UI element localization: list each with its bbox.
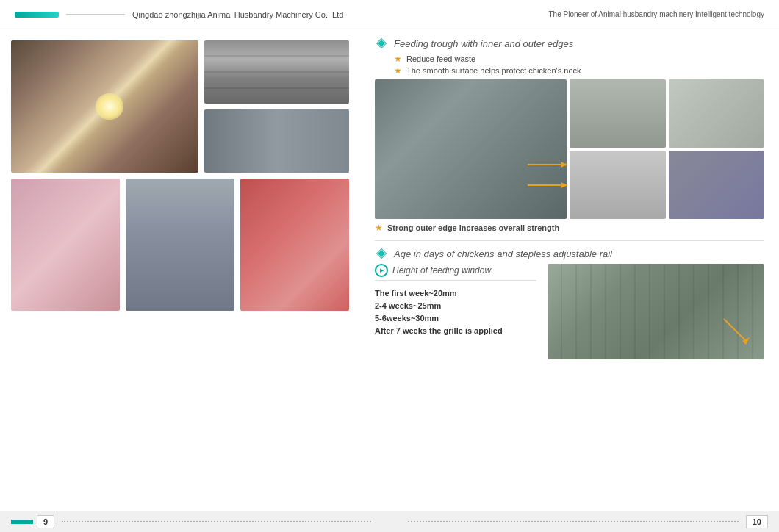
cage-photo: [548, 264, 764, 359]
feature-text-1: Reduce feed waste: [406, 54, 475, 63]
spec-week2: 2-4 weeks~25mm: [375, 301, 536, 310]
feature-item-2: ★ The smooth surface helps protect chick…: [394, 65, 764, 76]
footer-left: 9: [0, 515, 390, 528]
page-number-left: 9: [37, 515, 54, 528]
footer-right: 10: [390, 515, 779, 528]
section2-title: Age in days of chickens and stepless adj…: [394, 248, 612, 259]
grid-photo-sm-1: [570, 79, 666, 148]
cage-arrow-icon: [717, 312, 753, 348]
corridor-photo: [11, 40, 198, 173]
star-icon-3: ★: [375, 223, 383, 233]
spec-week1: The first week~20mm: [375, 289, 536, 298]
grid-photo-main: [375, 79, 567, 219]
footer-dots-left: [62, 521, 371, 522]
star-icon-2: ★: [394, 65, 402, 76]
arrow-right-icon: [528, 159, 567, 170]
arrow-right-icon-2: [528, 179, 567, 191]
page-number-right: 10: [746, 515, 768, 528]
photo-row-top: [11, 40, 349, 173]
left-photo-panel: [0, 29, 360, 511]
feeding-left: Height of feeding window The first week~…: [375, 264, 536, 359]
spec-week3: 5-6weeks~30mm: [375, 314, 536, 323]
footer: 9 10: [0, 511, 779, 532]
header-divider: [66, 14, 125, 15]
trough-photo-grid: [375, 79, 764, 219]
svg-line-10: [724, 319, 746, 341]
bottom-note: ★ Strong outer edge increases overall st…: [375, 223, 764, 233]
header: Qingdao zhongzhijia Animal Husbandry Mac…: [0, 0, 779, 29]
bottom-note-text: Strong outer edge increases overall stre…: [387, 223, 559, 232]
red-rack-photo: [240, 179, 349, 311]
photo-row-bottom: [11, 179, 349, 311]
feeding-window-title: Height of feeding window: [392, 265, 491, 276]
teal-accent: [11, 520, 33, 524]
grid-photo-sm-2: [669, 79, 765, 148]
pink-photo: [11, 179, 120, 311]
section1-title: Feeding trough with inner and outer edge…: [394, 38, 573, 49]
feeding-window-header: Height of feeding window: [375, 264, 536, 281]
header-slogan: The Pioneer of Animal husbandry machiner…: [548, 10, 764, 18]
diamond-icon-2: [375, 247, 388, 260]
feeding-specs: The first week~20mm 2-4 weeks~25mm 5-6we…: [375, 289, 536, 335]
circle-arrow-icon: [375, 264, 388, 277]
section2-header: Age in days of chickens and stepless adj…: [375, 247, 764, 260]
feeding-trough-section: Feeding trough with inner and outer edge…: [375, 37, 764, 233]
rack-photo-bottom: [204, 109, 349, 173]
gray-mech-photo: [126, 179, 234, 311]
feature-item-1: ★ Reduce feed waste: [394, 54, 764, 64]
feature-text-2: The smooth surface helps protect chicken…: [406, 66, 581, 75]
header-left: Qingdao zhongzhijia Animal Husbandry Mac…: [15, 10, 343, 19]
photo-small-pair: [204, 40, 349, 173]
star-icon-1: ★: [394, 54, 402, 64]
feeding-window-section: Height of feeding window The first week~…: [375, 264, 764, 359]
footer-dots-right: [408, 521, 739, 522]
logo-bar: [15, 12, 59, 18]
grid-photo-sm-4: [669, 151, 765, 219]
diamond-icon: [375, 37, 388, 50]
right-panel: Feeding trough with inner and outer edge…: [360, 29, 779, 511]
rack-photo-top: [204, 40, 349, 104]
company-name: Qingdao zhongzhijia Animal Husbandry Mac…: [132, 10, 343, 19]
svg-marker-4: [561, 162, 567, 168]
features-list: ★ Reduce feed waste ★ The smooth surface…: [394, 54, 764, 76]
grid-photo-sm-3: [570, 151, 666, 219]
main-content: Feeding trough with inner and outer edge…: [0, 29, 779, 511]
spec-week7: After 7 weeks the grille is applied: [375, 326, 536, 335]
section1-header: Feeding trough with inner and outer edge…: [375, 37, 764, 50]
svg-marker-6: [561, 182, 567, 188]
section2: Age in days of chickens and stepless adj…: [375, 240, 764, 359]
